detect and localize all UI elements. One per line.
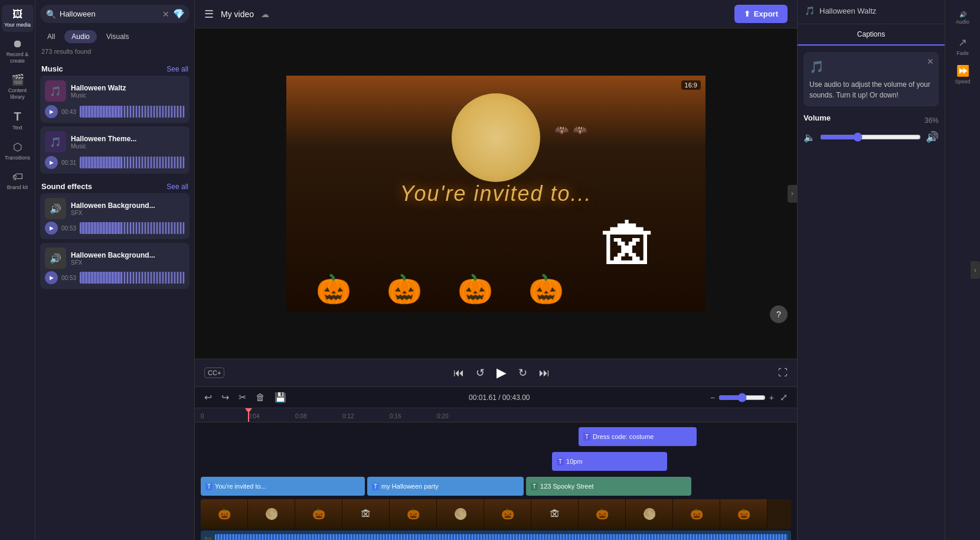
- forward-button[interactable]: ↻: [516, 364, 530, 382]
- sidebar-item-brand[interactable]: 🏷 Brand kit: [2, 167, 34, 194]
- zoom-slider[interactable]: [718, 393, 766, 402]
- cut-button[interactable]: ✂: [236, 391, 249, 404]
- ruler-mark-0: 0: [201, 413, 248, 419]
- pumpkin-2: 🎃: [387, 273, 422, 306]
- video-frames: 🎃 🌕 🎃 🏚 🎃 🌕 🎃 🏚 🎃 🌕 🎃: [201, 499, 767, 529]
- bats-decoration: 🦇 🦇: [554, 123, 587, 137]
- cloud-save-icon: ☁: [261, 9, 269, 19]
- track-invited[interactable]: T You're invited to...: [201, 477, 365, 496]
- mini-audio-icon: 🔊: [959, 11, 966, 18]
- brand-icon: 🏷: [12, 171, 23, 183]
- waltz-play-btn[interactable]: ▶: [45, 105, 58, 118]
- video-frame-12: 🎃: [720, 499, 767, 529]
- filter-tabs: All Audio Visuals: [35, 28, 194, 45]
- audio-track[interactable]: ⬛: [201, 531, 791, 540]
- timeline-area: ↩ ↪ ✂ 🗑 💾 00:01.61 / 00:43.00 − + ⤢: [195, 386, 797, 540]
- filter-tab-audio[interactable]: Audio: [64, 30, 97, 43]
- volume-max-icon: 🔊: [926, 131, 939, 144]
- music-see-all[interactable]: See all: [166, 65, 188, 73]
- dress-code-label: Dress code: costume: [593, 433, 654, 440]
- zoom-in-button[interactable]: +: [769, 393, 774, 402]
- video-track[interactable]: 🎃 🌕 🎃 🏚 🎃 🌕 🎃 🏚 🎃 🌕 🎃: [201, 499, 791, 529]
- sfx-card-1[interactable]: 🔊 Halloween Background... SFX ▶ 00:53: [40, 193, 190, 239]
- undo-button[interactable]: ↩: [202, 391, 214, 404]
- mini-fade-btn[interactable]: ↗ Fade: [950, 33, 976, 59]
- export-label: Export: [754, 9, 778, 18]
- music-section-title: Music: [41, 64, 63, 73]
- expand-timeline-button[interactable]: ⤢: [778, 391, 790, 404]
- tracks-container: T Dress code: costume T 10pm: [195, 422, 797, 540]
- text-icon: T: [14, 110, 21, 123]
- track-dress-code[interactable]: T Dress code: costume: [579, 427, 697, 446]
- video-frame-4: 🏚: [342, 499, 390, 529]
- export-icon: ⬆: [744, 9, 750, 18]
- sfx2-thumb: 🔊: [45, 248, 66, 269]
- skip-forward-button[interactable]: ⏭: [537, 365, 552, 382]
- search-input[interactable]: [60, 9, 159, 18]
- sidebar-item-record[interactable]: ⏺ Record & create: [2, 34, 34, 68]
- theme-thumb: 🎵: [45, 131, 66, 152]
- captions-button[interactable]: CC+: [204, 367, 224, 378]
- sidebar-label-text: Text: [12, 125, 22, 131]
- redo-button[interactable]: ↪: [219, 391, 231, 404]
- hamburger-icon[interactable]: ☰: [204, 8, 214, 21]
- sfx-card-2[interactable]: 🔊 Halloween Background... SFX ▶ 00:53: [40, 243, 190, 289]
- tooltip-close-button[interactable]: ✕: [927, 56, 934, 68]
- sidebar-label-transitions: Transitions: [5, 155, 31, 161]
- ruler-mark-8: 0:08: [295, 413, 342, 419]
- filter-tab-visuals[interactable]: Visuals: [99, 30, 136, 43]
- project-name[interactable]: My video: [221, 9, 254, 19]
- help-button[interactable]: ?: [770, 305, 788, 323]
- pumpkin-3: 🎃: [458, 273, 493, 306]
- sidebar-item-your-media[interactable]: 🖼 Your media: [2, 5, 34, 32]
- timeline-tracks[interactable]: 0 0:04 0:08 0:12 0:16 0:20: [195, 408, 797, 540]
- volume-slider[interactable]: [820, 132, 921, 142]
- record-icon: ⏺: [12, 38, 23, 50]
- skip-back-button[interactable]: ⏮: [451, 365, 466, 382]
- music-section-header: Music See all: [40, 60, 190, 76]
- sfx-see-all[interactable]: See all: [166, 183, 188, 191]
- party-label: my Halloween party: [381, 483, 439, 490]
- video-frame-2: 🌕: [248, 499, 295, 529]
- preview-expand-arrow[interactable]: ›: [788, 185, 797, 203]
- search-clear-icon[interactable]: ✕: [162, 9, 169, 19]
- track-halloween-party[interactable]: T my Halloween party: [367, 477, 524, 496]
- music-card-halloween-waltz[interactable]: Add to timeline 🎵 Halloween Waltz Music …: [40, 76, 190, 123]
- theme-thumb-icon: 🎵: [50, 136, 61, 148]
- playhead[interactable]: [248, 408, 249, 422]
- fullscreen-button[interactable]: ⛶: [778, 367, 788, 378]
- mini-speed-btn[interactable]: ⏩ Speed: [950, 61, 976, 87]
- volume-percent: 36%: [925, 116, 939, 125]
- music-card-halloween-theme[interactable]: 🎵 Halloween Theme... Music ▶ 00:31: [40, 126, 190, 174]
- sfx1-header: 🔊 Halloween Background... SFX: [45, 198, 185, 219]
- sfx1-waveform-inner: [80, 222, 185, 234]
- help-bubble-container: ?: [770, 305, 788, 323]
- sidebar-item-text[interactable]: T Text: [2, 106, 34, 135]
- theme-play-btn[interactable]: ▶: [45, 156, 58, 169]
- sidebar-item-content[interactable]: 🎬 Content library: [2, 70, 34, 104]
- left-sidebar: 🖼 Your media ⏺ Record & create 🎬 Content…: [0, 0, 35, 540]
- sidebar-item-transitions[interactable]: ⬡ Transitions: [2, 137, 34, 165]
- video-frame-11: 🎃: [673, 499, 720, 529]
- track-10pm[interactable]: T 10pm: [552, 452, 667, 471]
- sfx2-name: Halloween Background...: [71, 251, 185, 259]
- delete-button[interactable]: 🗑: [253, 391, 267, 404]
- track-spooky-street[interactable]: T 123 Spooky Street: [526, 477, 691, 496]
- play-pause-button[interactable]: ▶: [494, 363, 509, 383]
- sidebar-label-brand: Brand kit: [7, 184, 28, 191]
- export-button[interactable]: ⬆ Export: [734, 5, 788, 23]
- theme-card-header: 🎵 Halloween Theme... Music: [45, 131, 185, 152]
- filter-tab-all[interactable]: All: [40, 30, 62, 43]
- volume-header: 🎵 Halloween Waltz: [805, 6, 937, 15]
- captions-tab[interactable]: Captions: [798, 24, 945, 45]
- sfx2-play-btn[interactable]: ▶: [45, 271, 58, 284]
- save-button[interactable]: 💾: [272, 391, 289, 404]
- mini-audio-btn[interactable]: 🔊 Audio: [950, 5, 976, 31]
- volume-row: 🔈 🔊: [803, 131, 939, 144]
- zoom-out-button[interactable]: −: [710, 393, 715, 402]
- rewind-button[interactable]: ↺: [473, 364, 487, 382]
- ruler-mark-4: 0:04: [248, 413, 295, 419]
- invited-t-icon: T: [205, 483, 213, 490]
- sfx2-info: Halloween Background... SFX: [71, 251, 185, 266]
- sfx1-play-btn[interactable]: ▶: [45, 222, 58, 235]
